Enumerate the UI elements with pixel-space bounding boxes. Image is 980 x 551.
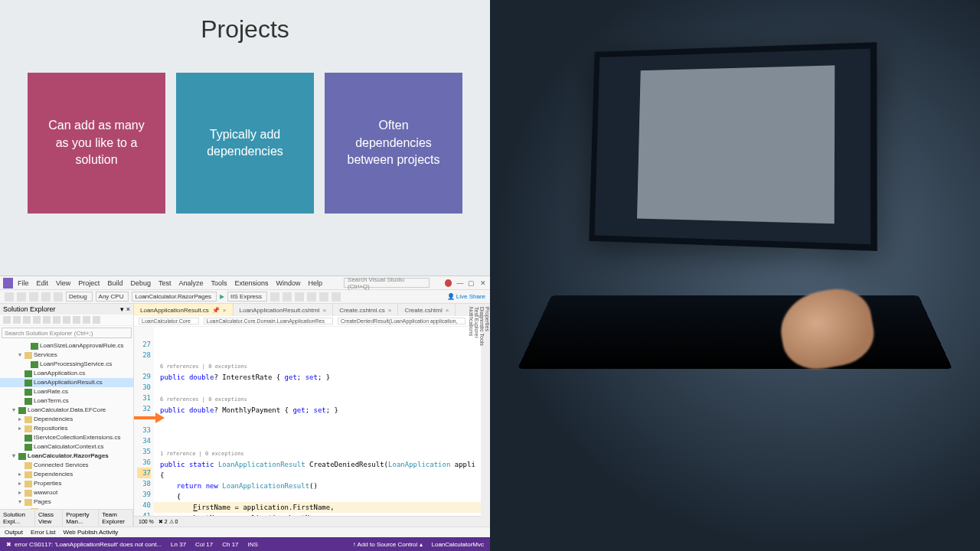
breadcrumb-item[interactable]: LoanCalculator.Core bbox=[139, 318, 199, 324]
breadcrumb-item[interactable]: CreateDeniedResult(LoanApplication appli… bbox=[338, 318, 466, 324]
menu-edit[interactable]: Edit bbox=[36, 279, 48, 287]
live-share-button[interactable]: 👤 Live Share bbox=[447, 293, 485, 300]
sidebar-tab[interactable]: Solution Expl... bbox=[0, 510, 35, 527]
error-warn-summary[interactable]: ✖ 2 ⚠ 0 bbox=[158, 519, 178, 525]
solution-explorer-title: Solution Explorer bbox=[3, 305, 56, 313]
code-text[interactable]: 6 references | 0 exceptionspublic double… bbox=[154, 327, 481, 516]
menu-view[interactable]: View bbox=[56, 279, 70, 287]
tab-close-icon[interactable]: × bbox=[223, 307, 227, 314]
editor-breadcrumb[interactable]: LoanCalculator.CoreLoanCalculator.Core.D… bbox=[134, 316, 481, 327]
tree-node[interactable]: ▸Dependencies bbox=[0, 415, 133, 424]
menu-test[interactable]: Test bbox=[158, 279, 172, 287]
hero-photo bbox=[490, 0, 980, 551]
card-3: Often dependencies between projects bbox=[325, 73, 462, 214]
vs-logo-icon bbox=[3, 278, 13, 289]
tool-icon[interactable] bbox=[283, 292, 292, 302]
tab-close-icon[interactable]: × bbox=[322, 307, 326, 314]
execution-arrow-icon bbox=[134, 412, 171, 423]
panel-controls[interactable]: ▾ × bbox=[120, 305, 130, 313]
menu-window[interactable]: Window bbox=[276, 279, 301, 287]
tree-node[interactable]: ▸Properties bbox=[0, 479, 133, 488]
tool-icon[interactable] bbox=[307, 292, 316, 302]
play-icon[interactable]: ▶ bbox=[220, 293, 224, 300]
tab-close-icon[interactable]: × bbox=[388, 307, 392, 314]
pin-icon[interactable]: 📌 bbox=[212, 307, 220, 314]
bottom-tab[interactable]: Web Publish Activity bbox=[63, 529, 118, 536]
zoom-level[interactable]: 100 % bbox=[139, 519, 154, 524]
editor-tab[interactable]: Create.cshtml × bbox=[398, 304, 456, 316]
tree-node[interactable]: LoanTerm.cs bbox=[0, 396, 133, 406]
sidebar-tab[interactable]: Team Explorer bbox=[99, 510, 133, 527]
editor-tab[interactable]: LoanApplicationResult.cshtml × bbox=[234, 304, 334, 316]
status-col: Col 17 bbox=[195, 541, 213, 548]
menu-project[interactable]: Project bbox=[78, 279, 100, 287]
tool-icon[interactable] bbox=[319, 292, 328, 302]
editor-tabs[interactable]: LoanApplicationResult.cs 📌 ×LoanApplicat… bbox=[134, 304, 481, 316]
vs-search-input[interactable]: Search Visual Studio (Ctrl+Q) bbox=[344, 278, 430, 288]
tree-node[interactable]: Connected Services bbox=[0, 461, 133, 470]
close-icon[interactable]: ✕ bbox=[480, 279, 487, 287]
menu-build[interactable]: Build bbox=[107, 279, 122, 287]
minimize-icon[interactable]: — bbox=[456, 279, 463, 287]
menu-items[interactable]: FileEditViewProjectBuildDebugTestAnalyze… bbox=[18, 279, 330, 287]
tree-node[interactable]: ▸wwwroot bbox=[0, 488, 133, 497]
bottom-tab[interactable]: Error List bbox=[31, 529, 55, 536]
status-ch: Ch 17 bbox=[222, 541, 238, 548]
tool-icon[interactable] bbox=[295, 292, 304, 302]
solution-explorer: Solution Explorer▾ × Search Solution Exp… bbox=[0, 304, 134, 527]
tool-icon[interactable] bbox=[270, 292, 279, 302]
solution-explorer-search[interactable]: Search Solution Explorer (Ctrl+;) bbox=[2, 328, 132, 338]
platform-dropdown[interactable]: Any CPU bbox=[96, 292, 129, 302]
tool-icon[interactable] bbox=[332, 292, 341, 302]
tree-node[interactable]: ▾Services bbox=[0, 350, 133, 360]
code-editor: LoanApplicationResult.cs 📌 ×LoanApplicat… bbox=[134, 304, 481, 527]
code-area[interactable]: 2728 29303132 33343536373839404142434445… bbox=[134, 327, 481, 516]
maximize-icon[interactable]: ▢ bbox=[468, 279, 475, 287]
tree-node[interactable]: IServiceCollectionExtensions.cs bbox=[0, 433, 133, 442]
repo-name[interactable]: LoanCalculatorMvc bbox=[432, 541, 484, 548]
menu-tools[interactable]: Tools bbox=[211, 279, 227, 287]
tree-node[interactable]: LoanApplicationResult.cs bbox=[0, 378, 133, 387]
menu-help[interactable]: Help bbox=[309, 279, 323, 287]
sidebar-tab[interactable]: Property Man... bbox=[63, 510, 99, 527]
run-dropdown[interactable]: IIS Express bbox=[227, 292, 267, 302]
editor-status: 100 % ✖ 2 ⚠ 0 bbox=[134, 516, 481, 527]
source-control-button[interactable]: ↑ Add to Source Control ▴ bbox=[353, 541, 423, 548]
toolstrip-tab[interactable]: Properties bbox=[485, 307, 490, 523]
tree-node[interactable]: ▾LoanCalculator.Data.EFCore bbox=[0, 406, 133, 415]
tree-node[interactable]: ▸Dependencies bbox=[0, 470, 133, 479]
startup-dropdown[interactable]: LoanCalculator.RazorPages bbox=[132, 292, 217, 302]
editor-tab[interactable]: LoanApplicationResult.cs 📌 × bbox=[134, 304, 234, 316]
tree-node[interactable]: LoanCalculatorContext.cs bbox=[0, 442, 133, 452]
solution-explorer-toolbar[interactable] bbox=[0, 315, 133, 326]
tree-node[interactable]: LoanApplication.cs bbox=[0, 369, 133, 378]
nav-fwd-icon[interactable] bbox=[17, 292, 26, 302]
status-bar: ✖ error CS0117: 'LoanApplicationResult' … bbox=[0, 537, 490, 551]
tree-node[interactable]: ▾Pages bbox=[0, 497, 133, 507]
solution-tree[interactable]: LoanSizeLoanApprovalRule.cs▾ServicesLoan… bbox=[0, 340, 133, 509]
config-dropdown[interactable]: Debug bbox=[66, 292, 93, 302]
undo-icon[interactable] bbox=[54, 292, 63, 302]
slide-cards: Can add as many as you like to a solutio… bbox=[28, 73, 462, 214]
sidebar-tab[interactable]: Class View bbox=[35, 510, 63, 527]
right-toolstrip[interactable]: Properties Diagnostic Tools Test Explore… bbox=[481, 304, 490, 527]
status-error[interactable]: ✖ error CS0117: 'LoanApplicationResult' … bbox=[6, 541, 162, 548]
menu-debug[interactable]: Debug bbox=[130, 279, 151, 287]
tab-close-icon[interactable]: × bbox=[446, 307, 449, 314]
tree-node[interactable]: LoanRate.cs bbox=[0, 387, 133, 396]
tree-node[interactable]: LoanSizeLoanApprovalRule.cs bbox=[0, 341, 133, 350]
editor-tab[interactable]: Create.cshtml.cs × bbox=[333, 304, 398, 316]
save-icon[interactable] bbox=[29, 292, 38, 302]
save-all-icon[interactable] bbox=[41, 292, 51, 302]
tree-node[interactable]: ▾LoanCalculator.RazorPages bbox=[0, 452, 133, 461]
tree-node[interactable]: LoanProcessingService.cs bbox=[0, 360, 133, 369]
nav-back-icon[interactable] bbox=[5, 292, 14, 302]
menu-file[interactable]: File bbox=[18, 279, 29, 287]
menu-extensions[interactable]: Extensions bbox=[234, 279, 268, 287]
sidebar-tabs[interactable]: Solution Expl...Class ViewProperty Man..… bbox=[0, 509, 133, 527]
tree-node[interactable]: ▸Repositories bbox=[0, 424, 133, 433]
bottom-tab[interactable]: Output bbox=[5, 529, 23, 536]
breadcrumb-item[interactable]: LoanCalculator.Core.Domain.LoanApplicati… bbox=[204, 318, 333, 324]
menu-analyze[interactable]: Analyze bbox=[178, 279, 203, 287]
bottom-tabs[interactable]: OutputError ListWeb Publish Activity bbox=[0, 527, 490, 537]
